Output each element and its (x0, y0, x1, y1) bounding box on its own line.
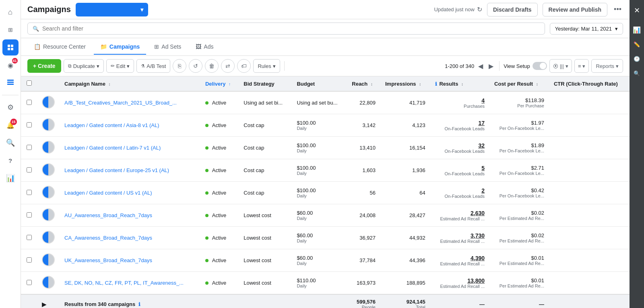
sidebar-icon-home[interactable]: ⌂ (2, 4, 19, 20)
right-edit-icon[interactable]: ✏️ (631, 39, 642, 50)
sidebar-icon-bell[interactable]: 🔔 15 (2, 117, 19, 133)
right-clock-icon[interactable]: 🕐 (631, 53, 642, 64)
sidebar-icon-grid[interactable]: ⊞ (2, 22, 19, 38)
campaign-status-toggle[interactable] (42, 163, 55, 176)
campaign-status-toggle[interactable] (42, 141, 55, 154)
campaign-status-toggle[interactable] (42, 208, 55, 221)
row-toggle-cell[interactable] (37, 137, 60, 159)
row-toggle-cell[interactable] (37, 91, 60, 114)
more-options-button[interactable]: ••• (612, 3, 623, 16)
rules-button[interactable]: Rules ▾ (253, 59, 280, 73)
campaign-status-toggle[interactable] (42, 253, 55, 266)
col-campaign-name[interactable]: Campaign Name ↕ (60, 76, 200, 91)
view-setup-toggle[interactable] (533, 62, 547, 70)
col-results[interactable]: ℹ Results ↕ (430, 76, 489, 91)
col-delivery[interactable]: Delivery ↑ (200, 76, 239, 91)
col-checkbox[interactable] (21, 76, 37, 91)
campaign-name-link[interactable]: SE, DK, NO, NL, CZ, FR, PT, PL, IT_Aware… (64, 280, 184, 286)
review-publish-button[interactable]: Review and Publish (543, 3, 607, 16)
copy-button[interactable]: ⎘ (173, 59, 186, 73)
campaigns-table-container[interactable]: Campaign Name ↕ Delivery ↑ Bid Strategy … (21, 76, 630, 308)
row-toggle-cell[interactable] (37, 204, 60, 227)
sidebar-icon-help[interactable]: ? (2, 152, 19, 168)
tab-resource-center[interactable]: 📋 Resource Center (27, 39, 92, 55)
delete-button[interactable]: 🗑 (205, 59, 219, 73)
tab-campaigns[interactable]: 📁 Campaigns (94, 39, 146, 55)
row-checkbox[interactable] (27, 257, 32, 263)
campaign-name-link[interactable]: Leadgen / Gated content / Europe-25 v1 (… (64, 167, 169, 173)
col-cost[interactable]: Cost per Result ↕ (489, 76, 549, 91)
tab-ads[interactable]: 🖼 Ads (189, 39, 220, 55)
col-impressions[interactable]: Impressions ↕ (380, 76, 430, 91)
sidebar-icon-table[interactable] (2, 75, 19, 91)
page-prev-button[interactable]: ◀ (477, 62, 485, 70)
row-checkbox-cell[interactable] (21, 272, 37, 295)
create-button[interactable]: + Create (27, 59, 61, 73)
row-checkbox[interactable] (27, 122, 32, 127)
campaign-selector-dropdown[interactable]: ▾ (76, 3, 148, 16)
sidebar-icon-report[interactable]: 📊 (2, 170, 19, 186)
close-icon[interactable]: ✕ (631, 5, 642, 16)
row-checkbox-cell[interactable] (21, 249, 37, 272)
campaign-status-toggle[interactable] (42, 231, 55, 244)
row-toggle-cell[interactable] (37, 114, 60, 137)
row-checkbox[interactable] (27, 235, 32, 240)
campaign-name-link[interactable]: AU_Awareness_Broad_Reach_7days (64, 212, 152, 218)
search-input[interactable] (42, 25, 540, 32)
discard-drafts-button[interactable]: Discard Drafts (487, 3, 538, 16)
delivery-cell: Active (200, 204, 239, 227)
row-toggle-cell[interactable] (37, 182, 60, 204)
expand-icon[interactable]: ▶ (42, 301, 46, 308)
campaign-status-toggle[interactable] (42, 186, 55, 199)
abtest-button[interactable]: ⚗ A/B Test (136, 59, 170, 73)
sidebar-icon-cookie[interactable]: ◉ 41 (2, 57, 19, 73)
campaign-status-toggle[interactable] (42, 276, 55, 289)
campaign-name-link[interactable]: Leadgen / Gated content / Asia-8 v1 (AL) (64, 122, 159, 128)
row-checkbox[interactable] (27, 167, 32, 172)
row-checkbox[interactable] (27, 145, 32, 150)
right-chart-icon[interactable]: 📊 (631, 24, 642, 35)
campaign-name-link[interactable]: A/B_Test_Creatives_March_2021_US_Broad_.… (64, 100, 177, 106)
campaign-name-link[interactable]: Leadgen / Gated content / US v1 (AL) (64, 190, 152, 196)
columns-button[interactable]: ⦿ ||| ▾ (549, 59, 572, 73)
sidebar-icon-campaigns[interactable] (2, 39, 19, 55)
row-checkbox-cell[interactable] (21, 204, 37, 227)
row-format-button[interactable]: ≡ ▾ (574, 59, 589, 73)
col-reach[interactable]: Reach ↕ (347, 76, 380, 91)
row-toggle-cell[interactable] (37, 272, 60, 295)
row-toggle-cell[interactable] (37, 249, 60, 272)
date-filter-button[interactable]: Yesterday: Mar 11, 2021 ▾ (550, 23, 623, 35)
row-checkbox[interactable] (27, 100, 32, 105)
row-toggle-cell[interactable] (37, 159, 60, 182)
sidebar-icon-settings[interactable]: ⚙ (2, 99, 19, 115)
search-input-wrap[interactable]: 🔍 (27, 23, 545, 35)
reports-button[interactable]: Reports ▾ (591, 59, 623, 73)
select-all-checkbox[interactable] (27, 80, 32, 86)
sort-arrow-cost: ↕ (536, 82, 538, 86)
row-checkbox-cell[interactable] (21, 159, 37, 182)
refresh-icon[interactable]: ↻ (477, 6, 482, 13)
duplicate-button[interactable]: ⧉ Duplicate ▾ (64, 59, 104, 73)
right-search-icon[interactable]: 🔍 (631, 68, 642, 79)
undo-button[interactable]: ↺ (189, 59, 202, 73)
row-checkbox-cell[interactable] (21, 91, 37, 114)
sidebar-icon-search[interactable]: 🔍 (2, 135, 19, 151)
row-checkbox[interactable] (27, 280, 32, 285)
row-checkbox-cell[interactable] (21, 137, 37, 159)
tab-adsets[interactable]: ⊞ Ad Sets (148, 39, 188, 55)
campaign-status-toggle[interactable] (42, 96, 55, 109)
campaign-name-link[interactable]: CA_Awareness_Broad_Reach_7days (64, 235, 152, 241)
move-button[interactable]: ⇄ (221, 59, 235, 73)
row-checkbox-cell[interactable] (21, 182, 37, 204)
row-toggle-cell[interactable] (37, 227, 60, 249)
tag-button[interactable]: 🏷 (237, 59, 251, 73)
row-checkbox[interactable] (27, 212, 32, 218)
campaign-status-toggle[interactable] (42, 118, 55, 131)
row-checkbox-cell[interactable] (21, 114, 37, 137)
page-next-button[interactable]: ▶ (487, 62, 495, 70)
row-checkbox-cell[interactable] (21, 227, 37, 249)
row-checkbox[interactable] (27, 190, 32, 195)
edit-button[interactable]: ✏ Edit ▾ (106, 59, 134, 73)
campaign-name-link[interactable]: Leadgen / Gated content / Latin-7 v1 (AL… (64, 145, 161, 151)
campaign-name-link[interactable]: UK_Awareness_Broad_Reach_7days (64, 257, 152, 263)
